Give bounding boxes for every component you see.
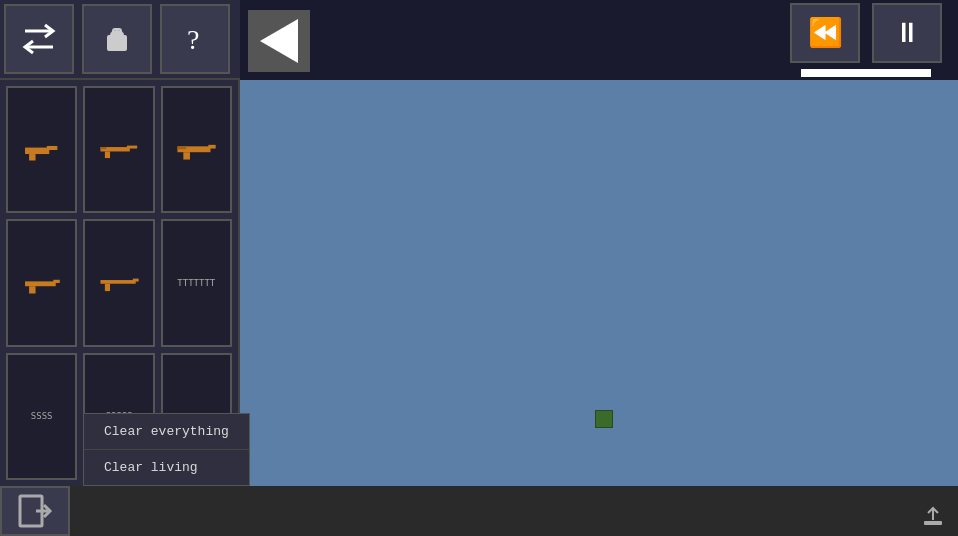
weapon-icon-6: TTTTTTT bbox=[176, 246, 216, 320]
weapon-icon-1 bbox=[21, 113, 61, 187]
bottom-right-icon[interactable] bbox=[918, 501, 948, 531]
top-toolbar: ? bbox=[0, 0, 240, 80]
svg-rect-13 bbox=[183, 152, 190, 159]
bag-button[interactable] bbox=[82, 4, 152, 74]
swap-icon bbox=[21, 21, 57, 57]
svg-rect-15 bbox=[26, 281, 57, 286]
svg-rect-16 bbox=[54, 280, 60, 283]
speed-bar bbox=[801, 69, 931, 77]
weapon-slot-6[interactable]: TTTTTTT bbox=[161, 219, 232, 346]
svg-rect-4 bbox=[26, 147, 50, 153]
svg-text:?: ? bbox=[187, 24, 199, 55]
clear-living-button[interactable]: Clear living bbox=[84, 450, 249, 485]
back-arrow-icon bbox=[260, 19, 298, 63]
weapon-slot-3[interactable] bbox=[161, 86, 232, 213]
help-button[interactable]: ? bbox=[160, 4, 230, 74]
game-area[interactable] bbox=[240, 80, 958, 486]
context-menu: Clear everything Clear living bbox=[83, 413, 250, 486]
svg-rect-19 bbox=[133, 279, 139, 282]
weapon-slot-7[interactable]: SSSS bbox=[6, 353, 77, 480]
svg-rect-20 bbox=[105, 284, 110, 291]
weapon-icon-2 bbox=[99, 113, 139, 187]
back-button[interactable] bbox=[248, 10, 310, 72]
svg-rect-5 bbox=[47, 146, 58, 150]
weapon-slot-2[interactable] bbox=[83, 86, 154, 213]
exit-button[interactable] bbox=[0, 486, 70, 536]
game-object bbox=[595, 410, 613, 428]
svg-rect-12 bbox=[208, 145, 215, 149]
svg-rect-8 bbox=[127, 145, 137, 148]
weapon-icon-7: SSSS bbox=[21, 379, 61, 453]
exit-icon bbox=[16, 492, 54, 530]
rewind-button[interactable]: ⏪ bbox=[790, 3, 860, 63]
weapon-icon-3 bbox=[176, 113, 216, 187]
weapon-icon-4 bbox=[21, 246, 61, 320]
svg-rect-1 bbox=[107, 35, 127, 51]
svg-rect-23 bbox=[924, 521, 942, 525]
svg-rect-14 bbox=[178, 146, 187, 149]
weapon-slot-1[interactable] bbox=[6, 86, 77, 213]
pause-icon: ⏸ bbox=[893, 16, 921, 50]
weapon-slot-4[interactable] bbox=[6, 219, 77, 346]
weapon-slot-5[interactable] bbox=[83, 219, 154, 346]
svg-rect-6 bbox=[30, 154, 36, 160]
svg-rect-18 bbox=[100, 280, 135, 284]
bottom-bar bbox=[0, 486, 958, 536]
speed-group: ⏪ ⏸ bbox=[786, 3, 946, 77]
clear-everything-button[interactable]: Clear everything bbox=[84, 414, 249, 450]
svg-rect-17 bbox=[30, 286, 36, 293]
svg-rect-9 bbox=[105, 151, 110, 158]
weapon-icon-5 bbox=[99, 246, 139, 320]
top-right-controls: ⏪ ⏸ bbox=[774, 0, 958, 80]
speed-buttons: ⏪ ⏸ bbox=[786, 3, 946, 63]
svg-rect-10 bbox=[100, 147, 106, 149]
pause-button[interactable]: ⏸ bbox=[872, 3, 942, 63]
swap-button[interactable] bbox=[4, 4, 74, 74]
rewind-icon: ⏪ bbox=[808, 16, 843, 50]
bag-icon bbox=[99, 21, 135, 57]
help-icon: ? bbox=[177, 21, 213, 57]
upload-icon bbox=[921, 504, 945, 528]
